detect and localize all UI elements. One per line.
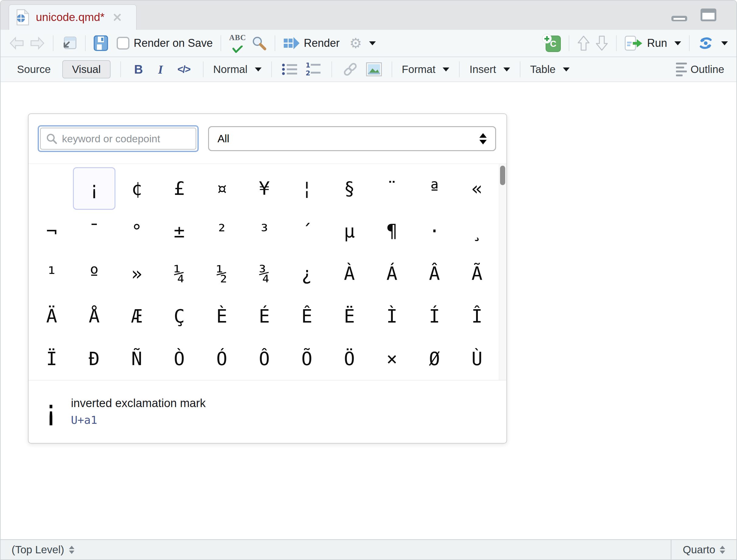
character-cell[interactable] xyxy=(30,167,73,210)
grid-scrollbar[interactable] xyxy=(499,164,506,380)
character-cell[interactable]: À xyxy=(328,252,370,295)
forward-icon[interactable] xyxy=(30,36,45,50)
back-icon[interactable] xyxy=(9,36,24,50)
character-cell[interactable]: ¸ xyxy=(456,210,498,252)
render-options-button[interactable]: ⚙ xyxy=(350,36,376,50)
character-cell[interactable]: ¢ xyxy=(115,167,158,210)
code-button[interactable]: </> xyxy=(174,64,193,75)
character-cell[interactable]: Æ xyxy=(115,295,158,337)
image-button[interactable] xyxy=(366,62,382,76)
character-cell[interactable]: ¡ xyxy=(73,167,115,210)
editor-canvas[interactable]: All ¡¢£¤¥¦§¨ª«¬¯°±²³´µ¶·¸¹º»¼½¾¿ÀÁÂÃÄÅÆÇ… xyxy=(1,82,736,539)
character-cell[interactable]: º xyxy=(73,252,115,295)
symbol-category-select[interactable]: All xyxy=(208,126,496,151)
character-cell[interactable]: Ò xyxy=(158,337,201,380)
character-cell[interactable]: Á xyxy=(370,252,413,295)
character-cell[interactable]: Í xyxy=(413,295,456,337)
character-cell[interactable]: ¼ xyxy=(158,252,201,295)
character-cell[interactable]: ¹ xyxy=(30,252,73,295)
previous-chunk-icon[interactable] xyxy=(577,35,590,51)
save-icon[interactable] xyxy=(94,35,108,51)
render-button[interactable]: Render xyxy=(283,36,340,50)
chevron-down-icon xyxy=(369,41,376,45)
character-cell[interactable]: µ xyxy=(328,210,370,252)
tab-close-icon[interactable] xyxy=(113,13,122,22)
character-cell[interactable]: Ù xyxy=(456,337,498,380)
character-cell[interactable]: É xyxy=(243,295,286,337)
maximize-pane-icon[interactable] xyxy=(700,8,717,22)
render-on-save-checkbox[interactable]: Render on Save xyxy=(117,37,213,50)
character-cell[interactable]: « xyxy=(456,167,498,210)
checkbox-unchecked[interactable] xyxy=(117,37,129,50)
character-cell[interactable]: ± xyxy=(158,210,201,252)
character-cell[interactable]: ³ xyxy=(243,210,286,252)
character-cell[interactable]: È xyxy=(201,295,243,337)
character-cell[interactable]: ¶ xyxy=(370,210,413,252)
bullet-list-button[interactable] xyxy=(282,63,298,76)
source-mode-button[interactable]: Source xyxy=(13,63,55,75)
open-in-new-window-icon[interactable] xyxy=(61,35,77,51)
outline-toggle[interactable]: Outline xyxy=(676,63,724,76)
character-cell[interactable]: ¦ xyxy=(286,167,328,210)
character-cell[interactable]: ½ xyxy=(201,252,243,295)
format-menu[interactable]: Format xyxy=(402,63,449,75)
find-icon[interactable] xyxy=(252,36,267,51)
character-cell[interactable]: Ð xyxy=(73,337,115,380)
character-cell[interactable]: × xyxy=(370,337,413,380)
character-cell[interactable]: Ç xyxy=(158,295,201,337)
separator xyxy=(459,61,460,77)
character-cell[interactable]: ¨ xyxy=(370,167,413,210)
insert-menu[interactable]: Insert xyxy=(469,63,510,75)
character-cell[interactable]: Ö xyxy=(328,337,370,380)
character-cell[interactable]: Ó xyxy=(201,337,243,380)
character-cell[interactable]: Õ xyxy=(286,337,328,380)
character-cell[interactable]: ² xyxy=(201,210,243,252)
document-tab[interactable]: unicode.qmd* xyxy=(9,4,137,30)
character-cell[interactable]: Ê xyxy=(286,295,328,337)
table-menu[interactable]: Table xyxy=(530,63,570,75)
character-cell[interactable]: ª xyxy=(413,167,456,210)
character-cell[interactable]: ´ xyxy=(286,210,328,252)
character-cell[interactable]: Å xyxy=(73,295,115,337)
rerun-button[interactable] xyxy=(697,36,728,50)
character-cell[interactable]: ¾ xyxy=(243,252,286,295)
character-cell[interactable]: Ì xyxy=(370,295,413,337)
character-cell[interactable]: » xyxy=(115,252,158,295)
character-cell[interactable]: ¥ xyxy=(243,167,286,210)
insert-chunk-icon[interactable]: C xyxy=(542,34,561,52)
scope-label: (Top Level) xyxy=(12,544,64,556)
symbol-search-input[interactable] xyxy=(61,133,190,145)
character-cell[interactable]: Ä xyxy=(30,295,73,337)
character-cell[interactable]: Ë xyxy=(328,295,370,337)
character-cell[interactable]: Ã xyxy=(456,252,498,295)
scrollbar-thumb[interactable] xyxy=(500,166,505,185)
next-chunk-icon[interactable] xyxy=(595,35,608,51)
character-cell[interactable]: Ø xyxy=(413,337,456,380)
character-cell[interactable]: Î xyxy=(456,295,498,337)
bold-button[interactable]: B xyxy=(131,63,147,76)
minimize-pane-icon[interactable] xyxy=(671,8,688,22)
paragraph-style-dropdown[interactable]: Normal xyxy=(213,63,262,75)
character-cell[interactable]: ° xyxy=(115,210,158,252)
document-mode-selector[interactable]: Quarto xyxy=(671,540,736,559)
chevron-down-icon xyxy=(442,67,449,71)
character-cell[interactable]: ¤ xyxy=(201,167,243,210)
character-cell[interactable]: ¿ xyxy=(286,252,328,295)
character-cell[interactable]: Ï xyxy=(30,337,73,380)
character-cell[interactable]: § xyxy=(328,167,370,210)
separator xyxy=(53,35,53,51)
link-button[interactable] xyxy=(342,62,359,77)
character-cell[interactable]: Ô xyxy=(243,337,286,380)
character-cell[interactable]: ¯ xyxy=(73,210,115,252)
character-cell[interactable]: ¬ xyxy=(30,210,73,252)
run-button[interactable]: Run xyxy=(625,36,681,51)
spellcheck-icon[interactable]: ABC xyxy=(229,34,246,53)
numbered-list-button[interactable]: 1 2 xyxy=(305,62,322,77)
character-cell[interactable]: · xyxy=(413,210,456,252)
character-cell[interactable]: Â xyxy=(413,252,456,295)
scope-selector[interactable]: (Top Level) xyxy=(1,540,671,559)
italic-button[interactable]: I xyxy=(154,62,167,77)
character-cell[interactable]: £ xyxy=(158,167,201,210)
character-cell[interactable]: Ñ xyxy=(115,337,158,380)
visual-mode-button[interactable]: Visual xyxy=(62,60,111,78)
